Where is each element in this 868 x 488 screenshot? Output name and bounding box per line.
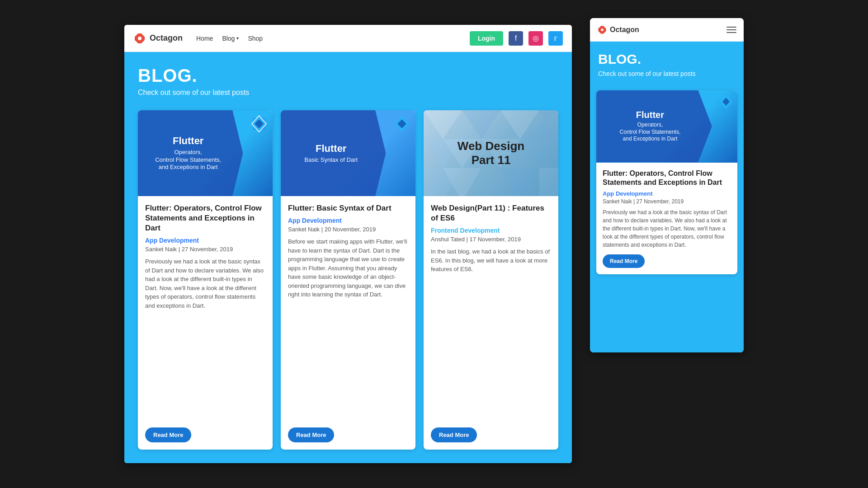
- svg-marker-16: [520, 139, 558, 168]
- card-3-bg: Web DesignPart 11: [424, 110, 558, 196]
- svg-marker-10: [462, 110, 500, 139]
- hero-section: BLOG. Check out some of our latest posts: [124, 52, 572, 106]
- mobile-window: Octagon BLOG. Check out some of our late…: [590, 18, 744, 352]
- card-1-excerpt: Previously we had a look at the basic sy…: [145, 257, 265, 421]
- card-1-flutter-subtitle: Operators,Control Flow Statements,and Ex…: [155, 149, 221, 172]
- flutter-logo-icon-2: [392, 114, 412, 134]
- brand-name: Octagon: [150, 33, 183, 43]
- mobile-flutter-subtitle: Operators,Control Flow Statements,and Ex…: [620, 122, 681, 143]
- facebook-icon[interactable]: f: [509, 31, 523, 46]
- nav-blog[interactable]: Blog ▾: [222, 35, 239, 42]
- card-1-body: Flutter: Operators, Control Flow Stateme…: [138, 196, 273, 450]
- mobile-flutter-title: Flutter: [636, 110, 664, 120]
- mobile-hero-title: BLOG.: [598, 52, 736, 67]
- card-2-body: Flutter: Basic Syntax of Dart App Develo…: [281, 196, 415, 450]
- card-2-read-more-button[interactable]: Read More: [288, 427, 334, 442]
- mobile-flutter-logo-icon: [717, 93, 735, 110]
- blog-card-2: Flutter Basic Syntax of Dart Flutter: Ba…: [281, 110, 415, 450]
- blog-chevron-icon: ▾: [236, 36, 239, 41]
- mobile-hero-section: BLOG. Check out some of our latest posts: [590, 42, 744, 86]
- nav-actions: Login f ◎ 𝕣: [470, 31, 563, 46]
- octagon-logo-icon: [133, 32, 146, 45]
- blog-card-3: Web DesignPart 11 Web Design(Part 11) : …: [424, 110, 558, 450]
- card-1-read-more-button[interactable]: Read More: [145, 427, 191, 442]
- svg-point-2: [138, 37, 142, 40]
- card-2-category: App Development: [288, 217, 408, 224]
- card-3-web-title: Web DesignPart 11: [458, 139, 524, 167]
- mobile-blog-card-1: Flutter Operators,Control Flow Statement…: [596, 90, 737, 275]
- card-3-title: Web Design(Part 11) : Features of ES6: [431, 203, 551, 223]
- blog-card-1: Flutter Operators,Control Flow Statement…: [138, 110, 273, 450]
- card-2-flutter-title: Flutter: [316, 143, 346, 155]
- desktop-window: Octagon Home Blog ▾ Shop Login f ◎ 𝕣 BLO…: [124, 25, 572, 463]
- mobile-octagon-logo-icon: [597, 25, 607, 35]
- hamburger-menu-button[interactable]: [726, 27, 736, 33]
- svg-marker-18: [500, 168, 539, 196]
- mobile-hero-subtitle: Check out some of our latest posts: [598, 70, 736, 79]
- hamburger-line-3: [726, 32, 736, 33]
- mobile-cards-area: Flutter Operators,Control Flow Statement…: [590, 86, 744, 352]
- mobile-card-1-meta: Sanket Naik | 27 November, 2019: [603, 198, 731, 205]
- hamburger-line-1: [726, 27, 736, 28]
- card-2-excerpt: Before we start making apps with Flutter…: [288, 237, 408, 421]
- card-3-meta: Anshul Tated | 17 November, 2019: [431, 236, 551, 243]
- hamburger-line-2: [726, 29, 736, 30]
- hero-title: BLOG.: [138, 66, 558, 86]
- hero-subtitle: Check out some of our latest posts: [138, 89, 558, 97]
- svg-marker-20: [539, 168, 558, 196]
- card-3-read-more-button[interactable]: Read More: [431, 427, 477, 442]
- card-1-meta: Sanket Naik | 27 November, 2019: [145, 246, 265, 253]
- mobile-nav-logo[interactable]: Octagon: [597, 25, 639, 35]
- mobile-card-1-excerpt: Previously we had a look at the basic sy…: [603, 208, 731, 249]
- mobile-card-1-title: Flutter: Operators, Control Flow Stateme…: [603, 169, 731, 188]
- card-3-image: Web DesignPart 11: [424, 110, 558, 196]
- twitter-icon[interactable]: 𝕣: [548, 31, 563, 46]
- card-2-image: Flutter Basic Syntax of Dart: [281, 110, 415, 196]
- svg-marker-9: [424, 110, 462, 139]
- card-1-flutter-title: Flutter: [173, 135, 203, 147]
- card-1-category: App Development: [145, 237, 265, 244]
- card-2-flutter-subtitle: Basic Syntax of Dart: [304, 156, 358, 164]
- flutter-logo-icon-1: [249, 114, 269, 134]
- card-1-overlay: Flutter Operators,Control Flow Statement…: [138, 110, 243, 196]
- mobile-card-1-body: Flutter: Operators, Control Flow Stateme…: [596, 163, 737, 275]
- nav-shop[interactable]: Shop: [248, 35, 263, 42]
- navbar: Octagon Home Blog ▾ Shop Login f ◎ 𝕣: [124, 25, 572, 52]
- blog-cards-area: Flutter Operators,Control Flow Statement…: [124, 106, 572, 463]
- svg-point-23: [601, 28, 604, 31]
- card-1-title: Flutter: Operators, Control Flow Stateme…: [145, 203, 265, 233]
- mobile-brand-name: Octagon: [610, 26, 639, 34]
- card-3-category: Frontend Development: [431, 227, 551, 234]
- card-2-meta: Sanket Naik | 20 November, 2019: [288, 226, 408, 233]
- card-3-excerpt: In the last blog, we had a look at the b…: [431, 247, 551, 421]
- instagram-icon[interactable]: ◎: [528, 31, 543, 46]
- nav-home[interactable]: Home: [196, 35, 213, 42]
- mobile-card-1-image: Flutter Operators,Control Flow Statement…: [596, 90, 737, 163]
- mobile-navbar: Octagon: [590, 18, 744, 42]
- card-1-image: Flutter Operators,Control Flow Statement…: [138, 110, 273, 196]
- card-3-body: Web Design(Part 11) : Features of ES6 Fr…: [424, 196, 558, 450]
- nav-logo[interactable]: Octagon: [133, 32, 183, 45]
- mobile-card-1-read-more-button[interactable]: Read More: [603, 254, 645, 268]
- card-2-overlay: Flutter Basic Syntax of Dart: [281, 110, 386, 196]
- login-button[interactable]: Login: [470, 31, 503, 46]
- mobile-card-1-overlay: Flutter Operators,Control Flow Statement…: [596, 90, 712, 163]
- card-2-title: Flutter: Basic Syntax of Dart: [288, 203, 408, 213]
- nav-links: Home Blog ▾ Shop: [196, 35, 470, 42]
- mobile-card-1-category: App Development: [603, 190, 731, 197]
